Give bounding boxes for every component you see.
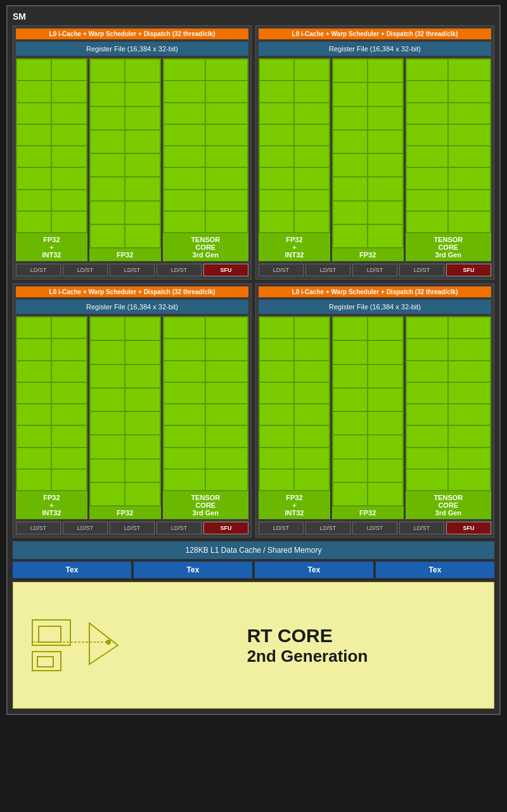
fp32-cell — [295, 448, 328, 468]
tensor-col-3: TENSORCORE3rd Gen — [163, 316, 248, 519]
fp32-cell — [295, 470, 328, 490]
tensor-grid-3 — [163, 316, 248, 491]
fp32-cell — [260, 361, 293, 382]
fp32-cell — [368, 60, 402, 82]
fp32-cell — [260, 383, 293, 403]
fp32-int32-col-2: FP32+INT32 — [259, 58, 330, 261]
fp32-cell — [17, 60, 51, 80]
fp32-cell — [17, 190, 51, 210]
fp32-cell — [125, 389, 159, 411]
tensor-cell — [449, 448, 490, 468]
tensor-cell — [206, 404, 247, 425]
tensor-cell — [449, 212, 490, 232]
fp32-cell — [260, 146, 293, 167]
fp32-cell — [52, 361, 86, 382]
fp32-cell — [91, 365, 124, 387]
svg-rect-3 — [37, 657, 53, 667]
fp32-cell — [125, 341, 159, 363]
fp32-cell — [17, 339, 51, 359]
tensor-label-1: TENSORCORE3rd Gen — [163, 233, 248, 261]
tensor-cell — [164, 103, 205, 124]
ldst-unit-5: LD/ST — [259, 264, 304, 276]
fp32-cell — [368, 365, 402, 387]
fp32-cell — [260, 448, 293, 468]
ldst-unit-4: LD/ST — [157, 264, 202, 276]
tensor-cell — [206, 103, 247, 124]
l0-cache-bar-1: L0 i-Cache + Warp Scheduler + Dispatch (… — [16, 29, 248, 39]
tensor-cell — [164, 168, 205, 188]
tensor-cell — [164, 339, 205, 359]
bottom-units-1: LD/ST LD/ST LD/ST LD/ST SFU — [16, 264, 248, 276]
fp32-cell — [17, 168, 51, 188]
fp32-cell — [260, 190, 293, 210]
cores-wrapper-2: FP32+INT32 — [259, 58, 491, 261]
ldst-unit-7: LD/ST — [352, 264, 397, 276]
fp32-cell — [52, 125, 86, 145]
tensor-cell — [449, 146, 490, 167]
tensor-label-2: TENSORCORE3rd Gen — [406, 233, 491, 261]
fp32-cell — [333, 365, 367, 387]
ldst-unit-1: LD/ST — [16, 264, 61, 276]
bottom-units-4: LD/ST LD/ST LD/ST LD/ST SFU — [259, 522, 491, 534]
ldst-unit-8: LD/ST — [399, 264, 444, 276]
fp32-cell — [91, 225, 124, 247]
fp32-cell — [125, 154, 159, 176]
tensor-cell — [407, 125, 448, 145]
svg-rect-2 — [32, 652, 61, 671]
fp32-cell — [125, 107, 159, 129]
rt-core-area: RT CORE 2nd Generation — [13, 582, 494, 709]
l0-cache-bar-2: L0 i-Cache + Warp Scheduler + Dispatch (… — [259, 29, 491, 39]
fp32-cell — [260, 318, 293, 338]
svg-marker-4 — [89, 623, 118, 664]
fp32-cell — [52, 212, 86, 232]
tensor-cell — [164, 146, 205, 167]
ldst-unit-14: LD/ST — [305, 522, 350, 534]
fp32-cell — [333, 60, 367, 82]
tensor-cell — [206, 81, 247, 101]
tensor-cell — [449, 103, 490, 124]
tensor-cell — [206, 212, 247, 232]
tensor-cell — [407, 168, 448, 188]
quadrant-4: L0 i-Cache + Warp Scheduler + Dispatch (… — [255, 283, 494, 538]
fp32-cell — [125, 177, 159, 200]
tensor-col-4: TENSORCORE3rd Gen — [406, 316, 491, 519]
fp32-cell — [295, 383, 328, 403]
fp32-col-2: FP32 — [332, 58, 404, 261]
tensor-cell — [449, 383, 490, 403]
fp32-cell — [260, 470, 293, 490]
fp32-cell — [17, 426, 51, 446]
tensor-cell — [164, 448, 205, 468]
rt-core-text: RT CORE 2nd Generation — [247, 625, 368, 666]
fp32-int32-col-3: FP32+INT32 — [16, 316, 87, 519]
tensor-cell — [407, 448, 448, 468]
fp32-cell — [260, 212, 293, 232]
fp32-cell — [368, 435, 402, 458]
tensor-cell — [449, 426, 490, 446]
fp32-cell — [17, 212, 51, 232]
fp32-cell — [91, 460, 124, 482]
fp32-cell — [333, 154, 367, 176]
fp32-cell — [295, 168, 328, 188]
ldst-unit-16: LD/ST — [399, 522, 444, 534]
fp32-cell — [368, 341, 402, 363]
fp32-label-2: FP32 — [332, 248, 404, 261]
fp32-cell — [368, 177, 402, 200]
fp32-cell — [91, 131, 124, 153]
ldst-unit-3: LD/ST — [110, 264, 155, 276]
fp32-cell — [295, 426, 328, 446]
fp32-cell — [91, 435, 124, 458]
tensor-cell — [449, 318, 490, 338]
fp32-cell — [333, 483, 367, 505]
tensor-cell — [449, 361, 490, 382]
fp32-grid-4 — [332, 316, 404, 506]
tensor-cell — [407, 470, 448, 490]
tensor-cell — [407, 318, 448, 338]
tensor-cell — [206, 60, 247, 80]
tensor-cell — [206, 168, 247, 188]
rt-core-line2: 2nd Generation — [247, 647, 368, 666]
fp32-cell — [125, 460, 159, 482]
fp32-cell — [260, 404, 293, 425]
tensor-cell — [407, 81, 448, 101]
sm-container: SM L0 i-Cache + Warp Scheduler + Dispatc… — [6, 5, 501, 715]
fp32-cell — [333, 131, 367, 153]
